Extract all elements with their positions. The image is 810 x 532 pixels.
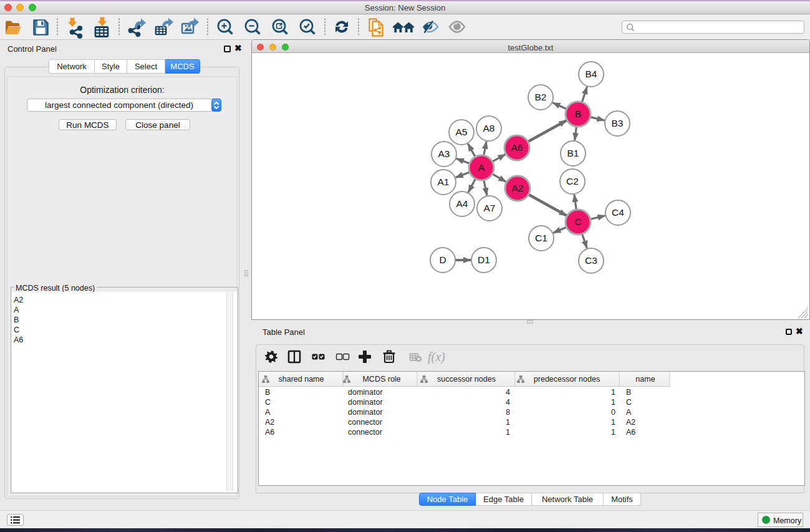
svg-text:connector: connector: [348, 428, 382, 437]
svg-text:B4: B4: [586, 69, 597, 79]
svg-text:MCDS role: MCDS role: [362, 375, 400, 384]
svg-text:successor nodes: successor nodes: [437, 375, 496, 384]
svg-text:0: 0: [611, 408, 615, 417]
svg-text:dominator: dominator: [348, 398, 383, 407]
svg-text:C4: C4: [612, 207, 624, 218]
svg-text:C3: C3: [585, 255, 597, 266]
svg-text:B: B: [575, 109, 581, 119]
svg-text:1: 1: [506, 428, 510, 437]
svg-text:A2: A2: [265, 418, 274, 427]
svg-text:D1: D1: [478, 254, 490, 265]
svg-text:B: B: [626, 388, 631, 397]
svg-text:A3: A3: [438, 148, 450, 159]
svg-text:1: 1: [611, 428, 615, 437]
svg-text:connector: connector: [348, 418, 382, 427]
svg-text:B1: B1: [567, 148, 579, 158]
svg-text:A5: A5: [456, 127, 468, 137]
svg-text:B2: B2: [535, 92, 547, 102]
svg-text:A: A: [265, 408, 271, 417]
svg-text:C: C: [265, 398, 271, 407]
svg-text:B3: B3: [612, 118, 624, 128]
svg-text:dominator: dominator: [348, 388, 383, 397]
svg-text:1: 1: [611, 418, 615, 427]
svg-text:f(x): f(x): [428, 350, 445, 364]
svg-text:dominator: dominator: [348, 408, 383, 417]
svg-text:C1: C1: [535, 233, 547, 243]
svg-text:A7: A7: [484, 203, 496, 213]
svg-text:predecessor nodes: predecessor nodes: [534, 375, 600, 384]
svg-text:4: 4: [506, 398, 510, 407]
svg-text:C: C: [626, 398, 632, 407]
svg-text:A: A: [478, 162, 485, 173]
svg-text:A6: A6: [511, 142, 523, 153]
svg-text:A8: A8: [483, 123, 495, 133]
svg-text:A2: A2: [626, 418, 635, 427]
svg-text:8: 8: [506, 408, 510, 417]
svg-text:1: 1: [611, 398, 615, 407]
svg-text:1: 1: [506, 418, 510, 427]
svg-text:A6: A6: [626, 428, 635, 437]
svg-text:C: C: [574, 216, 581, 227]
svg-text:A2: A2: [512, 183, 524, 193]
svg-text:1: 1: [611, 388, 615, 397]
svg-text:A4: A4: [456, 198, 468, 209]
svg-text:name: name: [635, 375, 655, 384]
svg-text:B: B: [265, 388, 270, 397]
svg-text:A1: A1: [438, 177, 450, 187]
svg-text:shared name: shared name: [279, 375, 324, 384]
svg-text:4: 4: [506, 388, 510, 397]
svg-text:D: D: [439, 254, 446, 265]
svg-text:A: A: [626, 408, 632, 417]
svg-text:C2: C2: [566, 176, 579, 186]
svg-text:A6: A6: [265, 428, 274, 437]
